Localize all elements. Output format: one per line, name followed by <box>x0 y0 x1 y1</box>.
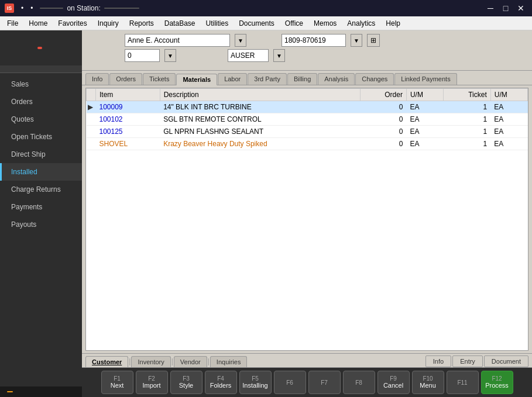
row-item[interactable]: 100125 <box>96 126 160 138</box>
fkey-num-f1: F1 <box>114 375 121 382</box>
tab-info[interactable]: Info <box>85 73 109 85</box>
fkey-f2[interactable]: F2 Import <box>136 371 168 394</box>
name-input[interactable] <box>125 34 230 47</box>
job-input[interactable] <box>125 49 160 62</box>
station-value <box>104 8 139 9</box>
tab-linked-payments[interactable]: Linked Payments <box>394 73 457 85</box>
col-item[interactable]: Item <box>96 89 160 101</box>
bottom-tab-inventory[interactable]: Inventory <box>131 356 170 367</box>
row-tum: EA <box>490 126 527 138</box>
table-row[interactable]: 100125 GL NPRN FLASHNG SEALANT 0 EA 1 EA <box>87 126 528 138</box>
bottom-right-tab-document[interactable]: Document <box>484 355 528 367</box>
row-um: EA <box>406 126 443 138</box>
title-bar: IS • • on Station: ─ □ ✕ <box>0 0 532 16</box>
tab-billing[interactable]: Billing <box>287 73 317 85</box>
row-order: 0 <box>361 138 407 150</box>
menu-item-favorites[interactable]: Favorites <box>53 18 91 29</box>
close-button[interactable]: ✕ <box>514 3 527 13</box>
row-ticket: 1 <box>444 126 491 138</box>
sidebar-section-title <box>0 65 82 73</box>
contract-dropdown-btn[interactable]: ▼ <box>351 34 362 47</box>
fkey-f7[interactable]: F7 <box>308 371 341 394</box>
table-row[interactable]: ▶ 100009 14" BLK INT BRC TURBINE 0 EA 1 … <box>87 101 528 113</box>
col-um[interactable]: U/M <box>406 89 443 101</box>
menu-item-utilities[interactable]: Utilities <box>201 18 233 29</box>
fkey-f5[interactable]: F5 Installing <box>239 371 272 394</box>
fkey-f8[interactable]: F8 <box>343 371 375 394</box>
sidebar-item-payments[interactable]: Payments <box>0 198 82 216</box>
row-ticket: 1 <box>444 138 491 150</box>
fkey-f3[interactable]: F3 Style <box>170 371 202 394</box>
grid-button[interactable]: ⊞ <box>367 34 380 47</box>
menu-item-analytics[interactable]: Analytics <box>342 18 380 29</box>
fkey-label-f4: Folders <box>210 382 232 389</box>
row-description: Krazy Beaver Heavy Duty Spiked <box>160 138 360 150</box>
minimize-button[interactable]: ─ <box>484 3 497 13</box>
row-ticket: 1 <box>444 101 491 113</box>
row-um: EA <box>406 138 443 150</box>
fkey-f6[interactable]: F6 <box>274 371 306 394</box>
name-dropdown-btn[interactable]: ▼ <box>235 34 246 47</box>
materials-table: Item Description Order U/M Ticket U/M ▶ … <box>85 88 528 351</box>
menu-item-database[interactable]: DataBase <box>160 18 200 29</box>
row-order: 0 <box>361 101 407 113</box>
col-order[interactable]: Order <box>361 89 407 101</box>
fkey-f12[interactable]: F12 Process <box>481 371 513 394</box>
sidebar-item-sales[interactable]: Sales <box>0 75 82 93</box>
menu-item-office[interactable]: Office <box>280 18 308 29</box>
table-row[interactable]: SHOVEL Krazy Beaver Heavy Duty Spiked 0 … <box>87 138 528 150</box>
fkey-f10[interactable]: F10 Menu <box>412 371 444 394</box>
sidebar-item-charge-returns[interactable]: Charge Returns <box>0 181 82 198</box>
tab-labor[interactable]: Labor <box>218 73 247 85</box>
tab-changes[interactable]: Changes <box>355 73 394 85</box>
job-dropdown-btn[interactable]: ▼ <box>164 49 176 62</box>
sidebar-bottom <box>0 386 82 397</box>
menu-bar: FileHomeFavoritesInquiryReportsDataBaseU… <box>0 16 532 30</box>
bottom-tab-bar: Customer|Inventory|Vendor|InquiriesInfoE… <box>82 353 532 368</box>
row-item[interactable]: 100009 <box>96 101 160 113</box>
menu-item-inquiry[interactable]: Inquiry <box>93 18 123 29</box>
menu-item-help[interactable]: Help <box>381 18 405 29</box>
sidebar-item-quotes[interactable]: Quotes <box>0 111 82 128</box>
tab-materials[interactable]: Materials <box>176 74 217 85</box>
fkey-f9[interactable]: F9 Cancel <box>377 371 410 394</box>
table-row[interactable]: 100102 SGL BTN REMOTE CONTROL 0 EA 1 EA <box>87 113 528 126</box>
fkey-f4[interactable]: F4 Folders <box>205 371 237 394</box>
sidebar-item-installed[interactable]: Installed <box>0 163 82 181</box>
menu-item-reports[interactable]: Reports <box>125 18 159 29</box>
menu-item-home[interactable]: Home <box>24 18 52 29</box>
contract-input[interactable] <box>282 34 346 47</box>
row-item[interactable]: SHOVEL <box>96 138 160 150</box>
fkey-num-f6: F6 <box>286 379 293 386</box>
menu-item-memos[interactable]: Memos <box>309 18 341 29</box>
bottom-tab-inquiries[interactable]: Inquiries <box>210 356 248 367</box>
sidebar-item-direct-ship[interactable]: Direct Ship <box>0 146 82 163</box>
sidebar-item-payouts[interactable]: Payouts <box>0 216 82 233</box>
sidebar-nav: SalesOrdersQuotesOpen TicketsDirect Ship… <box>0 73 82 386</box>
col-ticket[interactable]: Ticket <box>444 89 491 101</box>
bottom-tab-vendor[interactable]: Vendor <box>174 356 207 367</box>
tab-analysis[interactable]: Analysis <box>318 73 355 85</box>
row-tum: EA <box>490 138 527 150</box>
col-tum[interactable]: U/M <box>490 89 527 101</box>
bottom-tab-customer[interactable]: Customer <box>85 356 128 367</box>
maximize-button[interactable]: □ <box>499 3 512 13</box>
tab-orders[interactable]: Orders <box>109 73 142 85</box>
fkey-f1[interactable]: F1 Next <box>101 371 133 394</box>
userid-input[interactable] <box>228 49 269 62</box>
tab-tickets[interactable]: Tickets <box>143 73 176 85</box>
sidebar-item-open-tickets[interactable]: Open Tickets <box>0 128 82 146</box>
tab-bar: InfoOrdersTicketsMaterialsLabor3rd Party… <box>82 71 532 85</box>
col-description[interactable]: Description <box>160 89 360 101</box>
sidebar-item-orders[interactable]: Orders <box>0 93 82 111</box>
bottom-right-tab-info[interactable]: Info <box>425 355 451 367</box>
row-item[interactable]: 100102 <box>96 113 160 126</box>
tab-separator: | <box>129 355 131 367</box>
fkey-f11[interactable]: F11 <box>447 371 479 394</box>
station-label: on Station: <box>67 4 100 12</box>
bottom-right-tab-entry[interactable]: Entry <box>452 355 483 367</box>
tab-3rd-party[interactable]: 3rd Party <box>248 73 287 85</box>
menu-item-documents[interactable]: Documents <box>234 18 279 29</box>
menu-item-file[interactable]: File <box>2 18 23 29</box>
userid-dropdown-btn[interactable]: ▼ <box>273 49 285 62</box>
